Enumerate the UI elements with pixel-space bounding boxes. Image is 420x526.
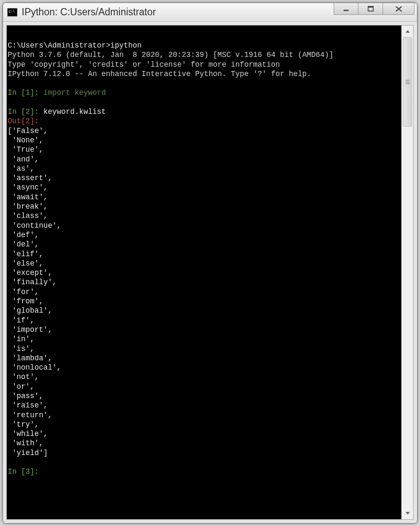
vertical-scrollbar[interactable] — [401, 25, 413, 519]
svg-rect-2 — [368, 6, 373, 8]
minimize-icon — [343, 6, 349, 12]
titlebar[interactable]: C:\ IPython: C:Users/Administrator — [3, 3, 417, 22]
window-title: IPython: C:Users/Administrator — [22, 6, 334, 18]
window-controls — [334, 3, 417, 21]
minimize-button[interactable] — [334, 3, 358, 15]
scroll-down-button[interactable] — [402, 507, 413, 519]
close-icon — [395, 6, 402, 12]
svg-rect-0 — [343, 10, 349, 11]
close-button[interactable] — [383, 3, 414, 15]
scrollbar-grip-icon — [406, 79, 410, 85]
maximize-button[interactable] — [358, 3, 383, 15]
scrollbar-track[interactable] — [402, 37, 413, 507]
chevron-up-icon — [406, 30, 410, 33]
scrollbar-thumb[interactable] — [403, 37, 412, 127]
terminal-output[interactable]: C:\Users\Administrator>ipython Python 3.… — [7, 25, 401, 519]
application-window: C:\ IPython: C:Users/Administrator C:\Us… — [3, 3, 417, 523]
app-icon: C:\ — [7, 8, 17, 17]
maximize-icon — [368, 6, 374, 12]
client-area: C:\Users\Administrator>ipython Python 3.… — [6, 25, 414, 520]
app-icon-label: C:\ — [9, 10, 15, 14]
scroll-up-button[interactable] — [402, 25, 413, 37]
chevron-down-icon — [406, 512, 410, 515]
